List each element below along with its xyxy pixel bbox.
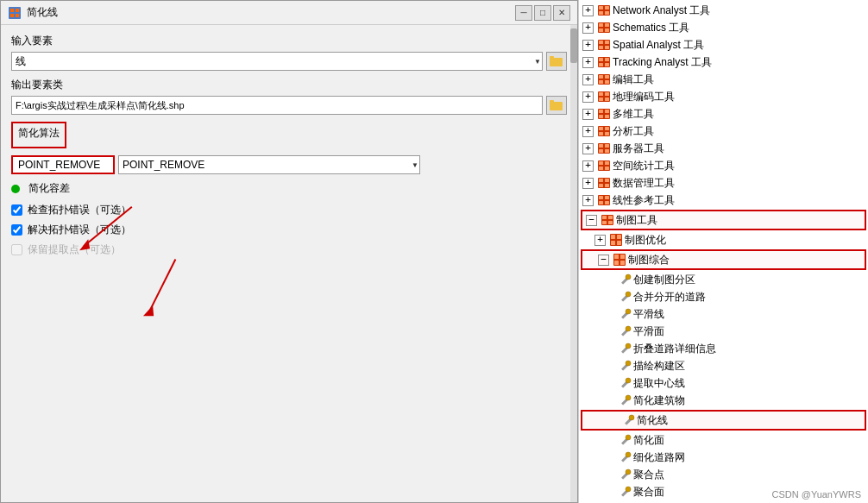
svg-rect-86 <box>620 255 625 259</box>
svg-rect-57 <box>599 149 603 153</box>
tree-item-label: Spatial Analyst 工具 <box>613 37 704 53</box>
tree-item-thin-road-network[interactable]: 细化道路网 <box>579 449 868 466</box>
expand-icon[interactable]: + <box>582 91 594 103</box>
svg-rect-1 <box>10 9 14 12</box>
svg-rect-50 <box>599 127 603 130</box>
expand-icon[interactable]: + <box>582 74 594 85</box>
dialog-icon <box>8 6 22 20</box>
expand-icon[interactable]: + <box>582 143 594 154</box>
checkbox-keep-points[interactable] <box>11 244 22 255</box>
tree-item-delineate-built-up-area[interactable]: 描绘构建区 <box>579 357 868 374</box>
expand-icon[interactable]: + <box>582 195 594 206</box>
tree-item-label: 平滑线 <box>633 306 664 322</box>
tree-item-network-analyst[interactable]: + Network Analyst 工具 <box>579 2 868 19</box>
tree-item-linear-ref[interactable]: + 线性参考工具 <box>579 192 868 209</box>
expand-icon[interactable]: + <box>594 235 606 246</box>
svg-rect-9 <box>550 100 554 103</box>
svg-rect-20 <box>599 23 603 27</box>
tree-item-edit-tools[interactable]: + 编辑工具 <box>579 71 868 88</box>
tree-item-cartography-generalize[interactable]: − 制图综合 <box>581 249 866 270</box>
svg-rect-37 <box>599 80 603 84</box>
svg-rect-51 <box>605 127 609 130</box>
svg-rect-75 <box>602 216 607 219</box>
expand-icon[interactable]: + <box>582 22 594 34</box>
checkbox3-row: 保留提取点（可选） <box>11 242 567 257</box>
expand-icon[interactable]: + <box>582 126 594 137</box>
method-value: POINT_REMOVE <box>18 159 100 171</box>
input-field[interactable] <box>11 52 543 71</box>
tree-item-create-cartographic-area[interactable]: 创建制图分区 <box>579 271 868 288</box>
tree-item-simplify-polygon[interactable]: 简化面 <box>579 431 868 449</box>
input-row: ▼ <box>11 52 567 71</box>
tree-item-tracking-analyst[interactable]: + Tracking Analyst 工具 <box>579 53 868 71</box>
tree-item-label: 简化线 <box>637 412 668 428</box>
expand-icon[interactable]: + <box>582 178 594 189</box>
svg-point-114 <box>626 487 631 492</box>
tree-item-multidim[interactable]: + 多维工具 <box>579 105 868 123</box>
tree-item-label: 多维工具 <box>613 106 654 122</box>
tree-item-server[interactable]: + 服务器工具 <box>579 140 868 157</box>
svg-rect-70 <box>599 196 603 199</box>
expand-icon[interactable]: − <box>586 215 597 226</box>
tree-item-spatial-stats[interactable]: + 空间统计工具 <box>579 157 868 174</box>
tree-item-label: 折叠道路详细信息 <box>633 341 716 356</box>
checkbox-topology-resolve[interactable] <box>11 224 22 236</box>
tree-item-merge-divided-roads[interactable]: 合并分开的道路 <box>579 288 868 305</box>
expand-icon[interactable]: + <box>582 5 594 16</box>
tree-item-schematics[interactable]: + Schematics 工具 <box>579 19 868 36</box>
tree-item-aggregate-points[interactable]: 聚合点 <box>579 466 868 483</box>
svg-rect-7 <box>550 56 554 59</box>
dialog-scrollbar[interactable] <box>570 25 577 502</box>
tree-item-geocoding[interactable]: + 地理编码工具 <box>579 88 868 105</box>
tree-item-smooth-line[interactable]: 平滑线 <box>579 305 868 323</box>
folder-icon-2 <box>550 99 563 111</box>
close-button[interactable]: ✕ <box>553 5 570 21</box>
svg-rect-18 <box>605 11 609 15</box>
expand-icon[interactable]: − <box>598 255 609 266</box>
svg-rect-73 <box>605 201 609 204</box>
svg-marker-13 <box>143 305 154 316</box>
output-folder-button[interactable] <box>546 96 567 115</box>
tree-item-cartography-optimize[interactable]: + 制图优化 <box>579 231 868 248</box>
svg-rect-30 <box>599 58 603 61</box>
expand-icon[interactable]: + <box>582 57 594 68</box>
dialog-content: 输入要素 ▼ 输出要素类 <box>1 25 577 502</box>
expand-icon[interactable]: + <box>582 40 594 51</box>
input-folder-button[interactable] <box>546 52 567 71</box>
expand-icon[interactable]: + <box>582 109 594 120</box>
svg-rect-52 <box>599 132 603 135</box>
output-row <box>11 96 567 115</box>
svg-rect-21 <box>605 23 609 27</box>
tree-item-label: 制图工具 <box>616 212 657 228</box>
tree-item-smooth-polygon[interactable]: 平滑面 <box>579 323 868 340</box>
tree-item-spatial-analyst[interactable]: + Spatial Analyst 工具 <box>579 36 868 53</box>
svg-rect-26 <box>605 41 609 44</box>
tree-item-data-mgmt[interactable]: + 数据管理工具 <box>579 174 868 192</box>
svg-rect-88 <box>620 261 625 265</box>
svg-point-94 <box>626 309 631 314</box>
output-field[interactable] <box>11 96 543 115</box>
maximize-button[interactable]: □ <box>534 5 551 21</box>
tree-item-label: 制图优化 <box>625 232 666 248</box>
tree-item-collapse-road-detail[interactable]: 折叠道路详细信息 <box>579 340 868 357</box>
tree-item-analysis[interactable]: + 分析工具 <box>579 123 868 140</box>
checkbox-topology-check[interactable] <box>11 204 22 216</box>
scrollbar-thumb[interactable] <box>570 28 577 63</box>
tree-item-simplify-line[interactable]: 简化线 <box>581 410 866 431</box>
svg-rect-8 <box>550 102 563 110</box>
tree-item-simplify-building[interactable]: 简化建筑物 <box>579 392 868 409</box>
output-label: 输出要素类 <box>11 78 567 92</box>
svg-rect-85 <box>614 255 619 259</box>
expand-icon[interactable]: + <box>582 160 594 172</box>
svg-rect-48 <box>605 115 609 118</box>
checkbox3-label: 保留提取点（可选） <box>28 242 121 257</box>
tree-item-label: 提取中心线 <box>633 375 685 391</box>
tree-item-label: 线性参考工具 <box>613 192 675 208</box>
svg-rect-71 <box>605 196 609 199</box>
tree-item-cartography[interactable]: − 制图工具 <box>581 210 866 230</box>
tree-item-extract-centerline[interactable]: 提取中心线 <box>579 374 868 392</box>
svg-rect-53 <box>605 132 609 135</box>
svg-rect-3 <box>10 14 14 17</box>
method-select[interactable]: POINT_REMOVE BEND_SIMPLIFY <box>118 155 420 174</box>
minimize-button[interactable]: ─ <box>515 5 532 21</box>
